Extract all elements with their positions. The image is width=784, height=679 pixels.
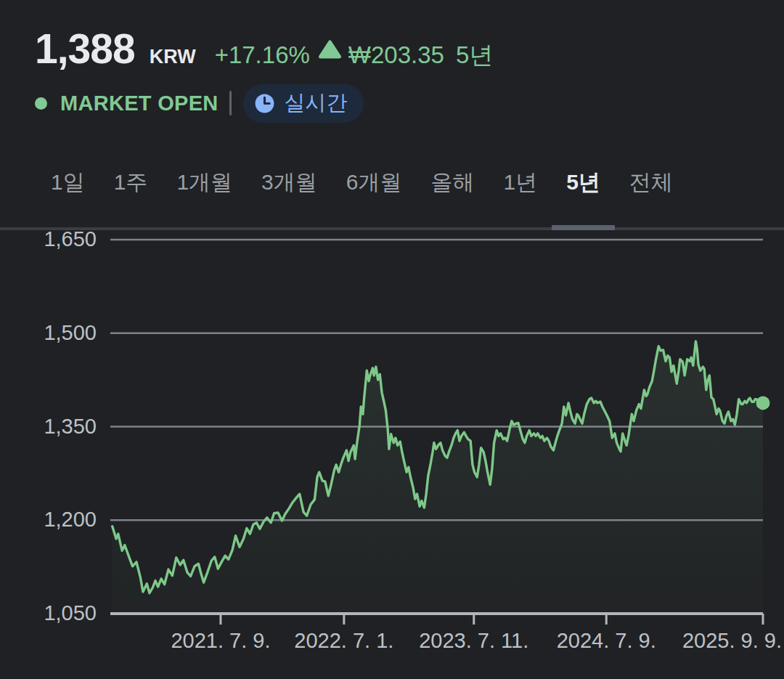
x-axis-tick-label: 2025. 9. 9. bbox=[682, 629, 782, 653]
tab-1week[interactable]: 1주 bbox=[99, 156, 163, 227]
time-range-tabs: 1일 1주 1개월 3개월 6개월 올해 1년 5년 전체 bbox=[0, 156, 784, 230]
price-value: 1,388 bbox=[35, 25, 135, 73]
y-axis-tick-label: 1,200 bbox=[44, 508, 97, 532]
tab-ytd[interactable]: 올해 bbox=[416, 156, 489, 227]
market-open-dot-icon bbox=[35, 97, 47, 110]
change-period: 5년 bbox=[456, 39, 493, 72]
tab-1day[interactable]: 1일 bbox=[36, 156, 99, 227]
y-axis-tick-label: 1,350 bbox=[44, 414, 97, 438]
realtime-badge: 실시간 bbox=[243, 84, 364, 123]
quote-header: 1,388 KRW +17.16% ₩203.35 5년 MARKET OPEN… bbox=[0, 0, 784, 123]
tab-1year[interactable]: 1년 bbox=[489, 156, 552, 227]
market-status-label: MARKET OPEN bbox=[60, 92, 219, 115]
y-axis-tick-label: 1,050 bbox=[44, 601, 97, 625]
currency-label: KRW bbox=[150, 46, 196, 68]
tab-3months[interactable]: 3개월 bbox=[247, 156, 332, 227]
up-arrow-icon bbox=[319, 40, 341, 62]
y-axis-tick-label: 1,500 bbox=[44, 321, 97, 345]
x-axis-tick-label: 2021. 7. 9. bbox=[171, 629, 270, 653]
market-status-row: MARKET OPEN 실시간 bbox=[35, 84, 784, 123]
tab-5years[interactable]: 5년 bbox=[552, 156, 615, 227]
change-amount: ₩203.35 bbox=[348, 41, 444, 69]
y-axis-tick-label: 1,650 bbox=[44, 227, 97, 251]
tab-6months[interactable]: 6개월 bbox=[332, 156, 417, 227]
realtime-label: 실시간 bbox=[285, 89, 348, 118]
price-row: 1,388 KRW +17.16% ₩203.35 5년 bbox=[35, 25, 784, 73]
change-percent: +17.16% bbox=[215, 41, 310, 69]
x-axis-tick-label: 2022. 7. 1. bbox=[294, 629, 393, 653]
x-axis-tick-label: 2023. 7. 11. bbox=[419, 629, 528, 653]
tab-1month[interactable]: 1개월 bbox=[162, 156, 247, 227]
x-axis-tick-label: 2024. 7. 9. bbox=[557, 629, 656, 653]
divider bbox=[229, 91, 232, 115]
clock-icon bbox=[253, 92, 276, 115]
tab-max[interactable]: 전체 bbox=[615, 156, 687, 227]
